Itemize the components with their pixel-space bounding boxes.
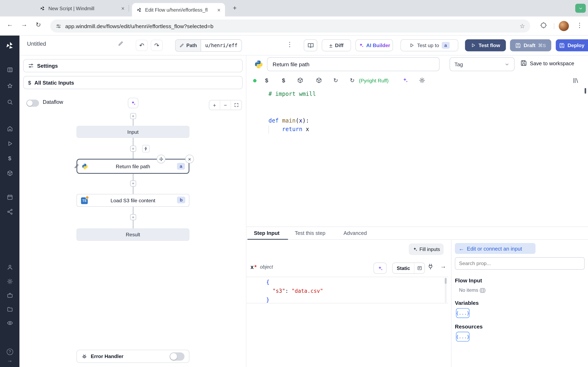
flow-title[interactable]: Untitled [27, 40, 46, 47]
ai-assist-icon[interactable] [402, 77, 408, 83]
sidebar-item-settings[interactable] [5, 276, 15, 286]
flow-node-result[interactable]: Result [77, 228, 190, 241]
sidebar-item-users[interactable] [5, 262, 15, 272]
sidebar-item-favorites[interactable] [5, 81, 15, 91]
add-step-button[interactable]: + [130, 146, 136, 151]
sidebar-item-workers[interactable] [5, 207, 15, 217]
sidebar-item-folders[interactable] [5, 304, 15, 314]
dataflow-toggle[interactable] [26, 100, 39, 107]
forward-icon[interactable]: → [21, 21, 27, 29]
package-icon[interactable] [297, 77, 303, 83]
sidebar-item-apps[interactable] [5, 65, 15, 75]
zoom-in-button[interactable]: + [209, 100, 220, 110]
error-handler-toggle[interactable] [169, 352, 184, 360]
sidebar-item-resources[interactable] [5, 168, 15, 178]
add-step-button[interactable]: + [130, 180, 136, 186]
package-icon[interactable] [316, 77, 322, 83]
variable-picker-icon[interactable]: $ [265, 77, 268, 83]
url-bar[interactable]: app.windmill.dev/flows/edit/u/henri/effo… [50, 20, 530, 33]
undo-button[interactable]: ↶ [136, 40, 148, 51]
edit-connect-input-button[interactable]: ← Edit or connect an input [455, 243, 536, 254]
connect-plug-icon[interactable] [427, 263, 434, 270]
format-icon[interactable]: ↻ [350, 77, 355, 84]
editor-settings-gear-icon[interactable] [419, 77, 425, 83]
move-step-handle[interactable] [157, 155, 165, 163]
resource-picker-icon[interactable]: $ [282, 77, 285, 83]
sidebar-item-home[interactable] [5, 124, 15, 133]
diff-icon: ± [329, 42, 332, 49]
browser-tab-active[interactable]: Edit Flow u/henri/effortless_fl × [132, 3, 225, 17]
flow-node-input[interactable]: Input [77, 126, 190, 138]
flow-node-step-a-selected[interactable]: Return file path a [77, 159, 190, 174]
sidebar-item-audit-logs[interactable] [5, 318, 15, 328]
tab-step-input[interactable]: Step Input [254, 230, 279, 236]
flow-node-step-b[interactable]: TS Load S3 file content b [77, 194, 190, 207]
delete-step-button[interactable]: × [185, 155, 194, 163]
path-control[interactable]: Path u/henri/eff [175, 39, 242, 52]
tab-test-this-step[interactable]: Test this step [295, 230, 325, 236]
lint-status-label[interactable]: (Pyright Ruff) [359, 78, 389, 83]
tab-close-icon[interactable]: × [217, 7, 221, 13]
extensions-puzzle-icon[interactable] [540, 22, 547, 29]
save-to-workspace-button[interactable]: Save to workspace [520, 60, 574, 66]
reload-deps-icon[interactable]: ↻ [333, 77, 338, 84]
reload-icon[interactable]: ↻ [35, 21, 41, 29]
diff-button[interactable]: ± Diff [322, 39, 351, 51]
draft-button[interactable]: Draft ⌘S [510, 39, 551, 51]
search-prop-input[interactable] [455, 257, 585, 270]
variables-object-chip[interactable]: {...} [456, 308, 469, 318]
bookmark-star-icon[interactable]: ☆ [520, 22, 525, 30]
tag-select[interactable]: Tag [450, 57, 515, 71]
flow-connector [133, 152, 133, 159]
json-scrollbar-track[interactable] [445, 278, 447, 303]
resources-object-chip[interactable]: {...} [456, 332, 469, 342]
library-icon[interactable] [573, 77, 579, 84]
test-flow-button[interactable]: Test flow [465, 39, 506, 51]
redo-button[interactable]: ↷ [151, 40, 163, 51]
fit-view-button[interactable] [231, 100, 241, 110]
zoom-out-button[interactable]: − [220, 100, 231, 110]
code-editor[interactable]: # import wmill def main(x): return x [246, 87, 588, 226]
static-mode-label[interactable]: Static [393, 265, 414, 271]
new-tab-button[interactable]: + [230, 4, 239, 13]
deploy-button[interactable]: Deploy [556, 39, 588, 51]
error-handler-row[interactable]: Error Handler [77, 350, 190, 363]
site-info-icon[interactable] [56, 23, 61, 29]
sidebar-item-variables[interactable]: $ [5, 153, 15, 163]
sidebar-item-schedules[interactable] [5, 192, 15, 202]
step-name-input[interactable] [267, 57, 440, 71]
wand-icon [412, 247, 417, 252]
tab-search-chevron-button[interactable] [575, 4, 586, 13]
sidebar-item-runs[interactable] [5, 139, 15, 149]
arg-row: x * object [251, 264, 273, 270]
test-up-to-button[interactable]: Test up to a [401, 39, 458, 51]
edit-title-pencil-icon[interactable] [118, 41, 123, 47]
sidebar-item-workspace[interactable] [5, 290, 15, 300]
add-step-button[interactable]: + [130, 113, 136, 119]
all-static-inputs-button[interactable]: $ All Static Inputs [23, 76, 242, 89]
browser-tab-inactive[interactable]: New Script | Windmill × [36, 0, 128, 17]
arrow-right-icon[interactable]: → [440, 263, 446, 269]
fill-inputs-button[interactable]: Fill inputs [409, 243, 444, 255]
trigger-bolt-button[interactable] [142, 145, 150, 152]
ai-builder-button[interactable]: AI Builder [355, 39, 393, 51]
docs-button[interactable] [304, 39, 317, 51]
tab-close-icon[interactable]: × [121, 5, 125, 11]
sidebar-item-search[interactable] [5, 97, 15, 107]
arg-ai-button[interactable] [373, 263, 387, 274]
add-step-button[interactable]: + [130, 214, 136, 220]
sidebar-collapse-icon[interactable]: → [5, 355, 15, 365]
form-toggle-icon[interactable] [415, 263, 425, 273]
more-options-icon[interactable]: ⋮ [286, 40, 293, 48]
profile-avatar[interactable] [559, 21, 569, 31]
browser-menu-icon[interactable]: ⋮ [576, 21, 583, 29]
ai-flow-button[interactable] [128, 98, 138, 108]
windmill-logo[interactable] [5, 41, 15, 50]
flow-settings-button[interactable]: Settings [23, 59, 242, 72]
save-to-workspace-label: Save to workspace [530, 60, 574, 66]
editor-scrollbar-thumb[interactable] [585, 88, 586, 94]
tab-advanced[interactable]: Advanced [343, 230, 367, 236]
arg-json-editor[interactable]: { "s3": "data.csv"} [246, 277, 448, 303]
back-icon[interactable]: ← [7, 21, 13, 29]
edit-step-pencil-icon[interactable] [74, 164, 79, 169]
